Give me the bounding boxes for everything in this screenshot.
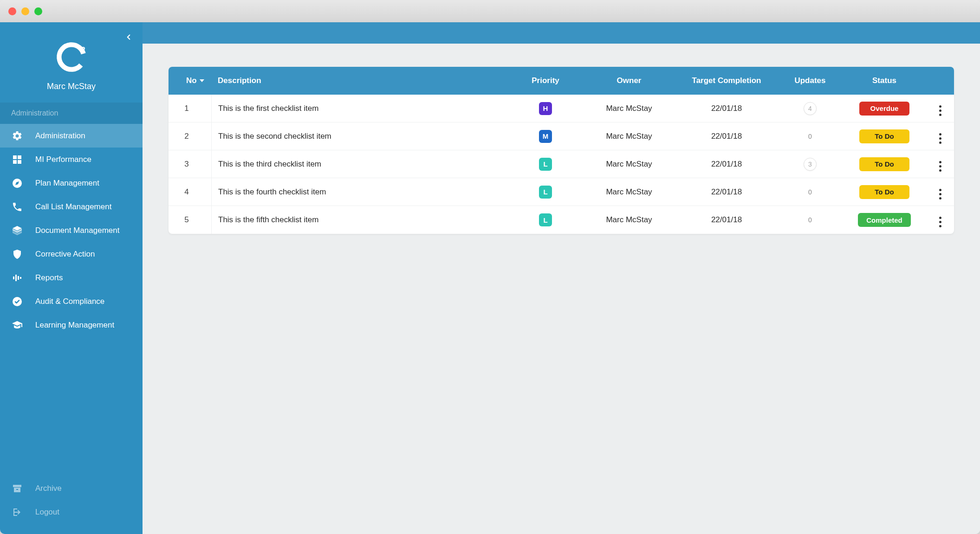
status-badge: Completed — [858, 213, 911, 227]
cell-priority: H — [508, 102, 583, 115]
status-badge: To Do — [859, 185, 909, 199]
column-header-priority[interactable]: Priority — [508, 76, 583, 85]
cell-description-value: This is the first checklist item — [218, 104, 318, 113]
table-body: 1 This is the first checklist item H Mar… — [169, 95, 954, 234]
svg-rect-5 — [18, 160, 21, 164]
app-body: 2 Marc McStay Administration Administrat… — [0, 22, 980, 534]
cell-target-value: 22/01/18 — [711, 132, 742, 141]
cell-status: Overdue — [843, 102, 926, 116]
updates-pill[interactable]: 4 — [804, 102, 817, 115]
priority-chip: L — [539, 158, 552, 171]
svg-rect-4 — [13, 160, 17, 164]
updates-pill[interactable]: 3 — [804, 158, 817, 171]
updates-pill[interactable]: 0 — [804, 186, 817, 199]
table-row[interactable]: 2 This is the second checklist item M Ma… — [169, 122, 954, 150]
cell-target: 22/01/18 — [675, 104, 778, 113]
svg-rect-18 — [16, 489, 18, 490]
sidebar-item-archive[interactable]: Archive — [0, 476, 143, 500]
column-header-no[interactable]: No — [169, 76, 211, 85]
main-content: No Description Priority Owner Target Com… — [143, 22, 980, 534]
cell-no-value: 4 — [184, 187, 188, 197]
cell-no: 3 — [169, 160, 211, 169]
cell-target: 22/01/18 — [675, 215, 778, 225]
sidebar-footer: ArchiveLogout — [0, 476, 143, 534]
sidebar-item-logout[interactable]: Logout — [0, 500, 143, 524]
cell-no: 4 — [169, 187, 211, 197]
app-window: 2 Marc McStay Administration Administrat… — [0, 0, 980, 534]
sidebar-item-label: Corrective Action — [35, 250, 95, 259]
table-row[interactable]: 5 This is the fifth checklist item L Mar… — [169, 206, 954, 234]
window-maximize-button[interactable] — [34, 7, 42, 15]
priority-chip: L — [539, 213, 552, 226]
cell-owner-value: Marc McStay — [606, 104, 652, 113]
table-row[interactable]: 4 This is the fourth checklist item L Ma… — [169, 178, 954, 206]
sidebar-item-call-list-management[interactable]: Call List Management — [0, 195, 143, 219]
cell-description-value: This is the fourth checklist item — [218, 187, 326, 196]
sidebar-item-plan-management[interactable]: Plan Management — [0, 171, 143, 195]
sidebar-item-learning-management[interactable]: Learning Management — [0, 313, 143, 337]
sidebar-nav: AdministrationMI PerformancePlan Managem… — [0, 124, 143, 337]
checklist-table: No Description Priority Owner Target Com… — [169, 67, 954, 234]
sidebar-item-label: Reports — [35, 273, 63, 283]
window-close-button[interactable] — [8, 7, 16, 15]
sidebar-item-label: Learning Management — [35, 321, 114, 330]
sidebar-spacer — [0, 337, 143, 476]
equalizer-icon — [11, 272, 23, 284]
cell-status: Completed — [843, 213, 926, 227]
compass-icon — [11, 177, 23, 189]
cell-target-value: 22/01/18 — [711, 187, 742, 196]
row-actions-button[interactable] — [935, 161, 946, 172]
cell-priority: L — [508, 213, 583, 226]
cell-target-value: 22/01/18 — [711, 215, 742, 224]
sidebar: 2 Marc McStay Administration Administrat… — [0, 22, 143, 534]
sidebar-item-audit-compliance[interactable]: Audit & Compliance — [0, 290, 143, 313]
priority-chip: L — [539, 186, 552, 199]
column-header-updates[interactable]: Updates — [778, 76, 843, 85]
column-header-priority-label: Priority — [532, 76, 559, 85]
sidebar-item-mi-performance[interactable]: MI Performance — [0, 148, 143, 171]
content-area: No Description Priority Owner Target Com… — [143, 44, 980, 257]
cell-description-value: This is the second checklist item — [218, 132, 331, 141]
sidebar-item-reports[interactable]: Reports — [0, 266, 143, 290]
cell-no-value: 1 — [184, 104, 188, 113]
table-row[interactable]: 3 This is the third checklist item L Mar… — [169, 150, 954, 178]
sort-desc-icon — [200, 79, 204, 82]
table-row[interactable]: 1 This is the first checklist item H Mar… — [169, 95, 954, 122]
column-header-status[interactable]: Status — [843, 76, 926, 85]
sidebar-item-label: Call List Management — [35, 202, 111, 212]
cell-status: To Do — [843, 129, 926, 143]
updates-pill[interactable]: 0 — [804, 213, 817, 226]
column-header-owner[interactable]: Owner — [583, 76, 675, 85]
row-actions-button[interactable] — [935, 217, 946, 228]
column-header-no-label: No — [186, 76, 197, 85]
svg-rect-14 — [20, 277, 21, 279]
row-actions-button[interactable] — [935, 188, 946, 199]
row-actions-button[interactable] — [935, 133, 946, 144]
sidebar-item-administration[interactable]: Administration — [0, 124, 143, 148]
sidebar-collapse-button[interactable] — [123, 32, 134, 43]
sidebar-item-label: MI Performance — [35, 155, 91, 164]
updates-pill[interactable]: 0 — [804, 130, 817, 143]
window-minimize-button[interactable] — [21, 7, 29, 15]
cell-no-value: 3 — [184, 160, 188, 169]
cell-owner: Marc McStay — [583, 104, 675, 113]
svg-rect-12 — [15, 275, 17, 281]
sidebar-item-document-management[interactable]: Document Management — [0, 219, 143, 242]
cell-updates: 3 — [778, 158, 843, 171]
column-header-description[interactable]: Description — [211, 76, 508, 85]
column-header-target[interactable]: Target Completion — [675, 76, 778, 85]
cell-description-value: This is the third checklist item — [218, 160, 321, 168]
cell-no: 5 — [169, 215, 211, 225]
row-actions-button[interactable] — [935, 105, 946, 116]
svg-rect-3 — [18, 155, 21, 159]
archive-icon — [11, 483, 23, 495]
shield-icon — [11, 248, 23, 260]
cell-no: 2 — [169, 132, 211, 141]
dashboard-icon — [11, 154, 23, 166]
sidebar-item-label: Archive — [35, 484, 62, 493]
priority-chip: M — [539, 130, 552, 143]
sidebar-item-corrective-action[interactable]: Corrective Action — [0, 242, 143, 266]
svg-text:2: 2 — [81, 45, 85, 54]
cell-target-value: 22/01/18 — [711, 160, 742, 168]
username-label: Marc McStay — [47, 82, 96, 91]
